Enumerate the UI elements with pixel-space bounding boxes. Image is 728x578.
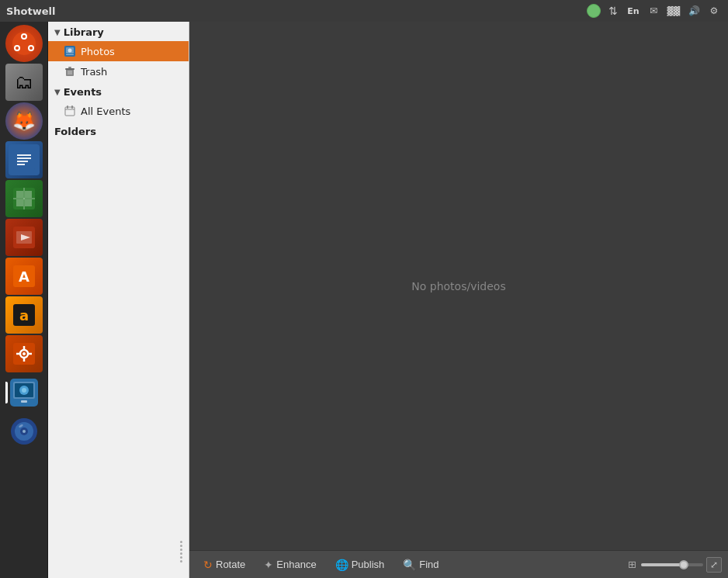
rotate-button[interactable]: ↻ Rotate [196, 556, 253, 574]
svg-text:A: A [19, 268, 29, 285]
zoom-slider-fill [641, 563, 684, 566]
sidebar-item-all-events[interactable]: All Events [48, 101, 189, 121]
dock-item-writer[interactable] [5, 141, 43, 178]
folders-section-label: Folders [54, 126, 96, 137]
events-section-label: Events [64, 86, 102, 98]
find-label: Find [419, 559, 439, 570]
resize-dot-4 [180, 552, 182, 555]
svg-point-28 [23, 352, 26, 355]
svg-point-46 [68, 49, 72, 53]
photos-icon [64, 45, 76, 57]
sidebar-spacer [48, 140, 189, 525]
sync-icon[interactable]: ⇅ [605, 3, 621, 19]
all-events-icon [64, 105, 76, 117]
ubuntu-icon [9, 28, 40, 59]
firefox-icon: 🦊 [9, 106, 40, 137]
find-button[interactable]: 🔍 Find [395, 556, 446, 574]
library-section-label: Library [64, 26, 104, 38]
system-settings-icon[interactable]: ⚙ [706, 3, 722, 19]
svg-rect-49 [65, 68, 75, 70]
enhance-button[interactable]: ✦ Enhance [256, 556, 324, 574]
network-status-icon[interactable] [587, 4, 601, 18]
zoom-slider-area: ⊞ [628, 559, 703, 570]
bottom-toolbar: ↻ Rotate ✦ Enhance 🌐 Publish 🔍 Find ⊞ [189, 550, 728, 578]
no-content-message: No photos/videos [411, 280, 505, 292]
zoom-slider[interactable] [641, 563, 703, 566]
dock-item-system-settings[interactable] [5, 335, 43, 372]
sidebar-section-library[interactable]: ▼ Library [48, 22, 189, 41]
dock-item-files[interactable]: 🗂 [5, 64, 43, 101]
svg-point-5 [29, 47, 33, 50]
impress-icon [9, 222, 40, 253]
svg-point-42 [23, 430, 26, 433]
dock-item-shotwell[interactable] [5, 374, 43, 411]
calc-icon [9, 183, 40, 214]
svg-rect-10 [17, 161, 28, 162]
svg-point-37 [22, 388, 26, 393]
sidebar-resize-handle[interactable] [176, 528, 185, 575]
sidebar-section-events[interactable]: ▼ Events [48, 81, 189, 101]
svg-rect-8 [17, 154, 31, 156]
photo-grid: No photos/videos [189, 22, 728, 550]
sidebar-bottom [48, 525, 189, 578]
dock-item-disk[interactable] [5, 413, 43, 450]
sidebar-item-photos[interactable]: Photos [48, 41, 189, 61]
rotate-label: Rotate [216, 559, 245, 570]
dock-item-calc[interactable] [5, 180, 43, 217]
main-area: 🗂 🦊 [0, 22, 728, 578]
svg-rect-7 [13, 149, 35, 171]
sidebar-section-folders[interactable]: Folders [48, 121, 189, 140]
volume-icon[interactable]: 🔊 [686, 3, 702, 19]
files-icon: 🗂 [9, 67, 40, 98]
dock-item-impress[interactable] [5, 219, 43, 256]
resize-dot-3 [180, 549, 182, 551]
dock-item-software-center[interactable]: A [5, 258, 43, 295]
dock-item-firefox[interactable]: 🦊 [5, 102, 43, 140]
find-icon: 🔍 [403, 559, 416, 571]
battery-icon[interactable]: ▓▓ [666, 3, 681, 19]
resize-dot-1 [180, 541, 182, 543]
zoom-in-icon: ⊞ [628, 559, 636, 570]
app-title: Shotwell [6, 5, 56, 17]
amazon-icon: a [9, 299, 40, 331]
svg-point-6 [16, 47, 19, 50]
zoom-slider-thumb[interactable] [679, 560, 688, 569]
mail-icon[interactable]: ✉ [646, 3, 661, 19]
svg-rect-50 [68, 67, 71, 68]
system-settings-dock-icon [9, 338, 40, 369]
svg-rect-54 [65, 107, 75, 116]
enhance-label: Enhance [276, 559, 316, 570]
svg-text:a: a [19, 307, 28, 324]
resize-dot-5 [180, 556, 182, 559]
svg-rect-9 [17, 157, 31, 159]
application-dock: 🗂 🦊 [0, 22, 48, 578]
svg-rect-11 [17, 164, 25, 165]
trash-label: Trash [81, 66, 107, 78]
content-area: No photos/videos ↻ Rotate ✦ Enhance 🌐 Pu… [189, 22, 728, 578]
svg-rect-14 [25, 191, 32, 198]
publish-icon: 🌐 [335, 559, 348, 571]
svg-point-4 [23, 35, 26, 38]
trash-icon [64, 65, 76, 78]
svg-rect-47 [66, 54, 74, 55]
publish-button[interactable]: 🌐 Publish [328, 556, 393, 574]
events-arrow-icon: ▼ [54, 88, 61, 96]
svg-rect-38 [21, 400, 27, 403]
shotwell-dock-icon [9, 377, 40, 408]
resize-dot-6 [180, 560, 182, 562]
disk-icon [9, 416, 40, 447]
photos-label: Photos [81, 46, 115, 57]
dock-item-ubuntu[interactable] [5, 25, 43, 62]
rotate-icon: ↻ [203, 559, 213, 571]
svg-rect-56 [71, 106, 73, 109]
language-icon[interactable]: En [626, 3, 641, 19]
svg-rect-16 [25, 199, 32, 206]
enhance-icon: ✦ [264, 559, 273, 571]
svg-rect-55 [67, 106, 68, 109]
sidebar-item-trash[interactable]: Trash [48, 61, 189, 81]
resize-dot-2 [180, 545, 182, 547]
dock-item-amazon[interactable]: a [5, 296, 43, 334]
writer-icon [9, 144, 40, 175]
all-events-label: All Events [81, 106, 130, 117]
zoom-expand-button[interactable]: ⤢ [706, 557, 722, 573]
